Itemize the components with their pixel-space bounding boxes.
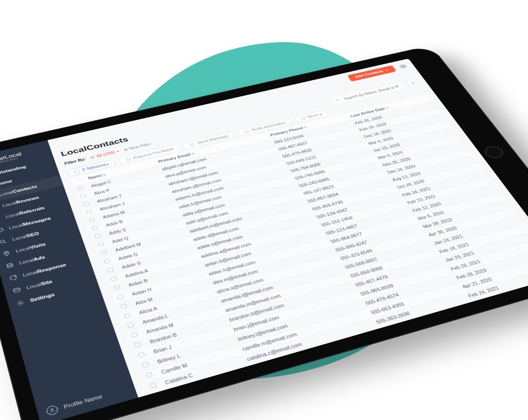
action-icon — [125, 157, 131, 161]
search-icon — [335, 98, 341, 102]
row-checkbox[interactable] — [104, 259, 111, 264]
row-checkbox[interactable] — [153, 393, 160, 399]
action-icon — [300, 116, 306, 120]
svg-line-4 — [4, 241, 6, 243]
svg-point-3 — [0, 239, 5, 243]
svg-point-15 — [245, 130, 249, 133]
row-checkbox[interactable] — [83, 201, 89, 206]
tablet-frame: OneLocal For Business OutstandingHomeLoc… — [0, 45, 528, 420]
row-checkbox[interactable] — [134, 341, 142, 347]
svg-point-5 — [5, 252, 7, 253]
row-checkbox[interactable] — [127, 322, 134, 328]
action-icon — [189, 142, 195, 146]
plus-circle-icon — [123, 147, 128, 151]
app-screen: OneLocal For Business OutstandingHomeLoc… — [0, 58, 528, 420]
action-icon — [243, 129, 250, 133]
export-button[interactable] — [405, 78, 420, 87]
row-checkbox[interactable] — [120, 303, 127, 308]
svg-point-9 — [19, 302, 22, 304]
sidebar-item-label: Settings — [30, 291, 55, 302]
action-label: More ▾ — [307, 112, 323, 119]
active-filter-label: All (390) — [96, 150, 115, 158]
row-checkbox[interactable] — [131, 331, 138, 337]
active-filter-chip[interactable]: All (390) ▾ — [90, 149, 120, 159]
filter-by-label: Filter By: — [64, 157, 86, 165]
svg-point-16 — [301, 116, 306, 120]
user-avatar-icon — [45, 404, 59, 416]
row-checkbox[interactable] — [89, 217, 95, 222]
row-checkbox[interactable] — [142, 362, 149, 368]
svg-rect-7 — [14, 287, 21, 292]
new-filter-label: New Filter — [129, 142, 152, 150]
svg-point-11 — [336, 99, 339, 101]
row-checkbox[interactable] — [113, 285, 120, 290]
profile-name: Profile Name — [63, 393, 103, 409]
tablet-home-button — [482, 144, 506, 160]
svg-point-10 — [51, 408, 53, 411]
new-filter-chip[interactable]: New Filter — [123, 142, 152, 151]
row-checkbox[interactable] — [138, 351, 145, 357]
row-checkbox[interactable] — [145, 372, 153, 378]
checkbox-icon — [74, 169, 80, 173]
chevron-down-icon: ▾ — [116, 150, 119, 153]
row-checkbox[interactable] — [157, 404, 165, 410]
row-checkbox[interactable] — [149, 382, 157, 388]
row-checkbox[interactable] — [80, 193, 86, 198]
svg-rect-2 — [0, 228, 3, 231]
row-checkbox[interactable] — [101, 250, 107, 255]
sidebar-item-label: Home — [0, 179, 13, 186]
svg-point-13 — [125, 158, 130, 161]
refresh-icon — [90, 155, 95, 159]
row-checkbox[interactable] — [124, 312, 131, 318]
row-checkbox[interactable] — [107, 267, 114, 272]
row-checkbox[interactable] — [97, 241, 104, 246]
hamburger-icon[interactable] — [399, 64, 407, 68]
row-checkbox[interactable] — [92, 225, 98, 230]
svg-line-12 — [339, 100, 340, 101]
row-checkbox[interactable] — [110, 276, 117, 281]
row-checkbox[interactable] — [95, 233, 101, 238]
svg-point-14 — [190, 142, 194, 145]
row-checkbox[interactable] — [77, 186, 84, 191]
row-checkbox[interactable] — [117, 294, 124, 299]
download-icon — [409, 81, 416, 85]
row-checkbox[interactable] — [86, 209, 92, 214]
